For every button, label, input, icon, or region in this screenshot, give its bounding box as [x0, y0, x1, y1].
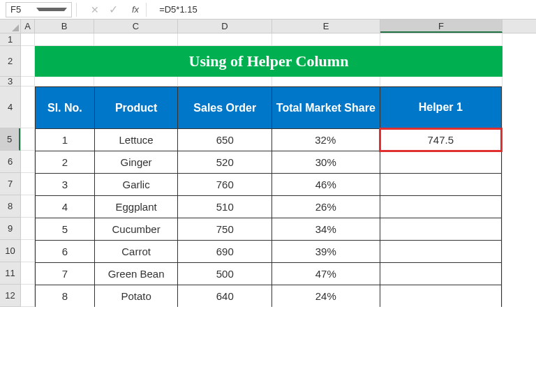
- cell-helper[interactable]: [380, 285, 501, 308]
- cell-share[interactable]: 32%: [272, 129, 380, 151]
- cell-helper[interactable]: [380, 196, 501, 218]
- cell-share[interactable]: 47%: [272, 263, 380, 285]
- row-header-7[interactable]: 7: [0, 173, 20, 195]
- cell-product[interactable]: Lettuce: [94, 129, 178, 151]
- row-header-6[interactable]: 6: [0, 151, 20, 173]
- table-row: 6Carrot69039%: [36, 241, 502, 263]
- name-box[interactable]: F5: [6, 2, 72, 17]
- cell-product[interactable]: Ginger: [94, 151, 178, 174]
- cell-sl[interactable]: 4: [36, 196, 95, 218]
- cell-sl[interactable]: 7: [36, 263, 95, 285]
- cell-sales[interactable]: 640: [178, 285, 272, 308]
- divider: [146, 3, 147, 17]
- cell-sales[interactable]: 690: [178, 241, 272, 263]
- cell-sl[interactable]: 6: [36, 241, 95, 263]
- cell-sales[interactable]: 510: [178, 196, 272, 218]
- header-helper[interactable]: Helper 1: [380, 87, 501, 129]
- title-banner: Using of Helper Column: [35, 46, 502, 77]
- formula-buttons: ✕ ✓ fx: [91, 3, 139, 16]
- cell-helper[interactable]: [380, 241, 501, 263]
- cell-grid[interactable]: Using of Helper Column Sl. No. Product S…: [21, 33, 536, 307]
- cell-share[interactable]: 46%: [272, 174, 380, 196]
- cell-sales[interactable]: 760: [178, 174, 272, 196]
- cell-helper[interactable]: [380, 218, 501, 241]
- cell-product[interactable]: Eggplant: [94, 196, 178, 218]
- cell-share[interactable]: 24%: [272, 285, 380, 308]
- fx-icon[interactable]: fx: [132, 4, 139, 15]
- header-share[interactable]: Total Market Share: [272, 87, 380, 129]
- cell-share[interactable]: 30%: [272, 151, 380, 174]
- row-header-11[interactable]: 11: [0, 262, 20, 285]
- col-header-F[interactable]: F: [380, 20, 502, 33]
- formula-bar-area: F5 ✕ ✓ fx =D5*1.15: [0, 0, 536, 20]
- cell-share[interactable]: 39%: [272, 241, 380, 263]
- chevron-down-icon[interactable]: [36, 8, 68, 11]
- cell-helper[interactable]: [380, 263, 501, 285]
- check-icon[interactable]: ✓: [109, 3, 118, 16]
- table-row: 3Garlic76046%: [36, 174, 502, 196]
- formula-input[interactable]: =D5*1.15: [159, 4, 536, 15]
- row-header-12[interactable]: 12: [0, 285, 20, 307]
- table-row: 2Ginger52030%: [36, 151, 502, 174]
- cell-helper[interactable]: [380, 151, 501, 174]
- cell-product[interactable]: Green Bean: [94, 263, 178, 285]
- cell-helper[interactable]: [380, 174, 501, 196]
- header-sales[interactable]: Sales Order: [178, 87, 272, 129]
- cell-sl[interactable]: 2: [36, 151, 95, 174]
- row-header-9[interactable]: 9: [0, 218, 20, 240]
- column-headers: A B C D E F: [21, 20, 536, 33]
- cell-sales[interactable]: 650: [178, 129, 272, 151]
- divider: [76, 3, 77, 17]
- table-row: 8Potato64024%: [36, 285, 502, 308]
- cell-sales[interactable]: 500: [178, 263, 272, 285]
- row-header-10[interactable]: 10: [0, 240, 20, 262]
- cell-sl[interactable]: 1: [36, 129, 95, 151]
- cell-sales[interactable]: 750: [178, 218, 272, 241]
- col-header-D[interactable]: D: [178, 20, 272, 33]
- col-header-B[interactable]: B: [35, 20, 94, 33]
- table-row: 4Eggplant51026%: [36, 196, 502, 218]
- cancel-icon[interactable]: ✕: [91, 4, 99, 15]
- row-headers: 1 2 3 4 5 6 7 8 9 10 11 12: [0, 33, 21, 307]
- cell-sl[interactable]: 5: [36, 218, 95, 241]
- cell-sl[interactable]: 3: [36, 174, 95, 196]
- cell-sales[interactable]: 520: [178, 151, 272, 174]
- row-header-5[interactable]: 5: [0, 128, 20, 151]
- data-table: Sl. No. Product Sales Order Total Market…: [35, 86, 502, 307]
- cell-product[interactable]: Cucumber: [94, 218, 178, 241]
- table-row: 5Cucumber75034%: [36, 218, 502, 241]
- table-row: 1Lettuce65032%747.5: [36, 129, 502, 151]
- row-header-8[interactable]: 8: [0, 195, 20, 218]
- row-header-1[interactable]: 1: [0, 33, 20, 46]
- spreadsheet-area: A B C D E F 1 2 3 4 5 6 7 8 9 10 11 12: [0, 20, 536, 307]
- cell-product[interactable]: Garlic: [94, 174, 178, 196]
- row-header-2[interactable]: 2: [0, 46, 20, 77]
- col-header-C[interactable]: C: [94, 20, 178, 33]
- row-header-4[interactable]: 4: [0, 86, 20, 128]
- cell-product[interactable]: Potato: [94, 285, 178, 308]
- col-header-E[interactable]: E: [272, 20, 380, 33]
- header-product[interactable]: Product: [94, 87, 178, 129]
- cell-share[interactable]: 26%: [272, 196, 380, 218]
- cell-share[interactable]: 34%: [272, 218, 380, 241]
- name-box-value: F5: [10, 4, 36, 15]
- select-all-corner[interactable]: [0, 20, 21, 33]
- row-header-3[interactable]: 3: [0, 77, 20, 86]
- cell-product[interactable]: Carrot: [94, 241, 178, 263]
- cell-sl[interactable]: 8: [36, 285, 95, 308]
- cell-helper[interactable]: 747.5: [380, 129, 501, 151]
- col-header-A[interactable]: A: [21, 20, 35, 33]
- header-sl[interactable]: Sl. No.: [36, 87, 95, 129]
- table-row: 7Green Bean50047%: [36, 263, 502, 285]
